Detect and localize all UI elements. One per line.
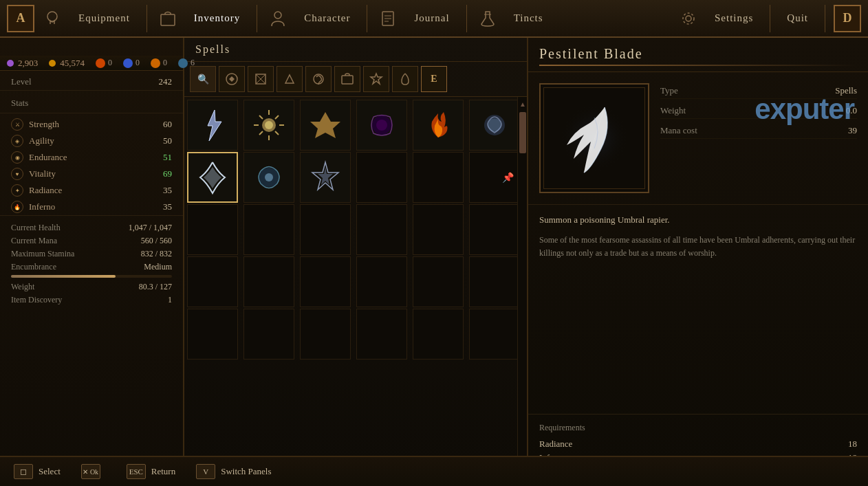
filter-btn-1[interactable] <box>219 66 245 92</box>
filter-btn-5[interactable] <box>334 66 360 92</box>
weight-value: 80.3 / 127 <box>139 282 172 292</box>
nav-item-journal[interactable]: Journal <box>406 12 457 24</box>
svg-point-17 <box>265 121 273 129</box>
filter-btn-3[interactable] <box>276 66 303 92</box>
encumb-bar-bg <box>11 275 172 278</box>
settings-nav-icon <box>676 6 701 31</box>
spell-cell-2-0[interactable] <box>187 204 238 255</box>
agility-icon: ◈ <box>11 135 23 147</box>
encumb-label: Encumbrance <box>11 262 56 272</box>
spell-cell-4-3[interactable] <box>356 309 407 360</box>
bottom-action-select[interactable]: ◻ Select <box>14 464 61 479</box>
item-stat-weight: Weight 0.0 <box>660 103 857 119</box>
item4-icon <box>178 58 188 68</box>
spell-cell-4-0[interactable] <box>187 309 238 360</box>
spell-cell-2-3[interactable] <box>356 204 407 255</box>
spell-cell-0-0[interactable] <box>187 100 238 151</box>
switch-action-label: Switch Panels <box>221 466 271 477</box>
spell-cell-1-3[interactable] <box>356 152 407 203</box>
mana-value: 560 / 560 <box>141 236 172 246</box>
spell-cell-2-2[interactable] <box>300 204 351 255</box>
spell-cell-4-5[interactable] <box>469 309 520 360</box>
spell-cell-0-4[interactable] <box>413 100 464 151</box>
item1-display: 0 <box>96 58 112 68</box>
spell-cell-2-4[interactable] <box>413 204 464 255</box>
spell-grid-container: 📌 <box>184 97 527 467</box>
spell-cell-3-1[interactable] <box>243 256 294 307</box>
spell-cell-3-5[interactable] <box>469 256 520 307</box>
spell-cell-1-4[interactable] <box>413 152 464 203</box>
req-title: Requirements <box>539 423 857 433</box>
resource-bar: 2,903 45,574 0 0 0 6 <box>0 56 183 71</box>
spell-cell-3-0[interactable] <box>187 256 238 307</box>
svg-rect-15 <box>342 76 353 84</box>
nav-item-settings[interactable]: Settings <box>706 12 761 24</box>
scroll-thumb[interactable] <box>519 112 526 153</box>
spell-cell-2-5[interactable] <box>469 204 520 255</box>
select-action-label: Select <box>39 466 61 477</box>
nav-left-key[interactable]: A <box>7 5 34 32</box>
level-label: Level <box>11 76 32 87</box>
bottom-action-switch[interactable]: V Switch Panels <box>196 464 271 479</box>
spell-cell-1-0[interactable] <box>187 152 238 203</box>
filter-btn-e[interactable]: E <box>421 66 447 92</box>
req-radiance-name: Radiance <box>539 439 572 450</box>
filter-btn-4[interactable] <box>305 66 332 92</box>
spell-cell-3-2[interactable] <box>300 256 351 307</box>
item-display: Type Spells Weight 0.0 Mana cost 39 expu… <box>528 72 868 205</box>
stats-header: Stats <box>0 93 183 113</box>
radiance-value: 35 <box>163 185 172 196</box>
switch-key-btn: V <box>196 464 215 479</box>
health-label: Current Health <box>11 223 61 233</box>
spell-cell-4-2[interactable] <box>300 309 351 360</box>
spell-cell-4-4[interactable] <box>413 309 464 360</box>
nav-right-key[interactable]: D <box>834 5 861 32</box>
spell-cell-0-2[interactable] <box>300 100 351 151</box>
spell-cell-3-3[interactable] <box>356 256 407 307</box>
currency2-value: 45,574 <box>60 58 85 69</box>
stamina-label: Maximum Stamina <box>11 249 74 259</box>
strength-value: 60 <box>163 119 172 130</box>
ok-key-icon: ✕ Ok <box>81 464 100 479</box>
bottom-action-return[interactable]: ESC Return <box>127 464 175 479</box>
currency2-display: 45,574 <box>49 58 85 69</box>
item-stats: Type Spells Weight 0.0 Mana cost 39 <box>660 83 857 193</box>
main-content: 2,903 45,574 0 0 0 6 <box>0 38 868 486</box>
stamina-row: Maximum Stamina 832 / 832 <box>0 247 183 261</box>
spell-cell-0-1[interactable] <box>243 100 294 151</box>
spell-cell-1-1[interactable] <box>243 152 294 203</box>
nav-sep-6 <box>825 5 825 32</box>
spell-cell-2-1[interactable] <box>243 204 294 255</box>
svg-point-0 <box>47 12 57 21</box>
weight-value: 0.0 <box>846 105 857 116</box>
bottom-action-ok[interactable]: ✕ Ok <box>81 464 106 479</box>
left-panel: 2,903 45,574 0 0 0 6 <box>0 38 184 486</box>
item2-icon <box>123 58 133 68</box>
return-key-btn: ESC <box>127 464 146 479</box>
filter-btn-2[interactable] <box>248 66 274 92</box>
req-radiance-val: 18 <box>848 439 857 450</box>
nav-item-inventory[interactable]: Inventory <box>186 12 248 24</box>
nav-sep-5 <box>770 5 770 32</box>
scroll-up-arrow[interactable]: ▲ <box>518 97 527 111</box>
type-label: Type <box>660 85 678 96</box>
return-action-label: Return <box>151 466 175 477</box>
item2-display: 0 <box>123 58 140 68</box>
spell-cell-4-1[interactable] <box>243 309 294 360</box>
item3-display: 0 <box>151 58 167 68</box>
filter-btn-6[interactable] <box>363 66 389 92</box>
item-image-svg <box>550 93 639 183</box>
spell-cell-1-5[interactable]: 📌 <box>469 152 520 203</box>
filter-search[interactable]: 🔍 <box>190 66 216 92</box>
nav-item-quit[interactable]: Quit <box>779 12 816 24</box>
spell-cell-0-5[interactable] <box>469 100 520 151</box>
nav-item-tincts[interactable]: Tincts <box>506 12 552 24</box>
nav-item-character[interactable]: Character <box>296 12 358 24</box>
spell-cell-0-3[interactable] <box>356 100 407 151</box>
spell-cell-1-2[interactable] <box>300 152 351 203</box>
item-description: Summon a poisoning Umbral rapier. Some o… <box>528 205 868 415</box>
spell-cell-3-4[interactable] <box>413 256 464 307</box>
filter-btn-7[interactable] <box>392 66 418 92</box>
scroll-bar[interactable]: ▲ ▼ <box>517 97 527 467</box>
nav-item-equipment[interactable]: Equipment <box>70 12 138 24</box>
